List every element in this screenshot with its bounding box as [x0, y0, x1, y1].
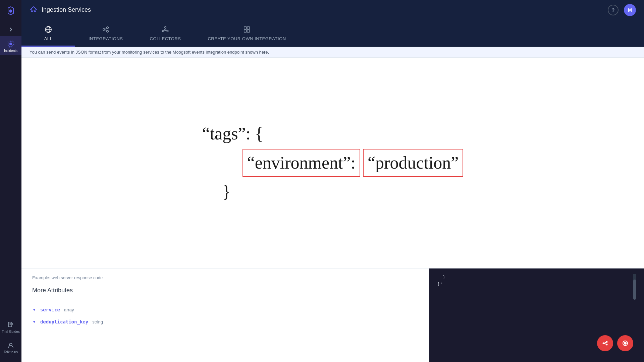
record-button[interactable] — [617, 335, 633, 351]
sidebar-expand-button[interactable] — [0, 23, 21, 36]
tab-all-label: ALL — [44, 36, 53, 41]
svg-point-27 — [606, 344, 608, 346]
code-block: “tags”: { “environment”: “production” } — [202, 122, 464, 204]
sidebar-item-incidents[interactable]: Incidents — [0, 36, 21, 55]
header-left: Ingestion Services — [30, 5, 91, 15]
sidebar-item-incidents-label: Incidents — [4, 49, 17, 53]
sidebar-item-trial-guides[interactable]: Trial Guides — [0, 318, 21, 336]
sidebar-item-talk-to-us-label: Talk to us — [4, 350, 18, 354]
header: Ingestion Services ? M — [21, 0, 644, 20]
tab-integrations-label: INTEGRATIONS — [89, 36, 123, 41]
svg-line-13 — [105, 28, 107, 29]
tab-all[interactable]: ALL — [21, 20, 75, 47]
attribute-row-dedup[interactable]: ▼ deduplication_key string — [32, 316, 418, 328]
tab-collectors[interactable]: COLLECTORS — [137, 20, 195, 47]
scrollbar-thumb[interactable] — [633, 280, 636, 300]
svg-rect-24 — [244, 30, 247, 32]
avatar[interactable]: M — [624, 4, 636, 16]
svg-point-26 — [606, 341, 608, 343]
chevron-service-icon: ▼ — [32, 307, 36, 312]
sidebar-item-talk-to-us[interactable]: Talk to us — [0, 339, 21, 357]
fab-container — [597, 335, 633, 351]
svg-point-30 — [624, 342, 627, 345]
tab-collectors-label: COLLECTORS — [150, 36, 181, 41]
svg-point-0 — [9, 43, 12, 45]
attribute-dedup-type: string — [92, 319, 103, 324]
svg-point-15 — [165, 26, 166, 28]
bottom-panel: Example: web server response code More A… — [21, 268, 644, 362]
code-line-3: } — [202, 180, 464, 204]
example-text: Example: web server response code — [32, 275, 418, 280]
svg-rect-25 — [247, 30, 250, 32]
sidebar-bottom: Trial Guides Talk to us — [0, 318, 21, 362]
svg-rect-22 — [244, 27, 247, 29]
sidebar-item-trial-guides-label: Trial Guides — [2, 330, 20, 334]
more-attributes-title: More Attributes — [32, 287, 418, 294]
info-banner: You can send events in JSON format from … — [21, 47, 644, 58]
help-button[interactable]: ? — [608, 5, 619, 15]
code-environment-key: “environment”: — [243, 149, 360, 177]
attribute-service-name: service — [40, 307, 60, 312]
sidebar: Incidents Trial Guides Talk to us — [0, 0, 21, 362]
svg-line-20 — [164, 30, 165, 31]
tab-integrations[interactable]: INTEGRATIONS — [75, 20, 137, 47]
page-title: Ingestion Services — [42, 6, 91, 13]
attributes-panel: Example: web server response code More A… — [21, 268, 429, 362]
svg-point-10 — [103, 28, 105, 31]
code-display-area: “tags”: { “environment”: “production” } — [21, 58, 644, 268]
main-content: Ingestion Services ? M ALL — [21, 0, 644, 362]
svg-point-18 — [165, 29, 166, 31]
svg-point-17 — [167, 30, 168, 32]
attribute-row-service[interactable]: ▼ service array — [32, 304, 418, 316]
code-line-2: “environment”: “production” — [202, 149, 464, 177]
ingestion-icon — [30, 5, 38, 15]
svg-point-28 — [603, 343, 604, 344]
info-banner-text: You can send events in JSON format from … — [30, 50, 269, 55]
header-right: ? M — [608, 4, 636, 16]
code-production-value: “production” — [363, 149, 463, 177]
svg-line-21 — [166, 30, 167, 31]
svg-point-12 — [107, 31, 109, 33]
attributes-divider — [32, 298, 418, 298]
tab-navigation: ALL INTEGRATIONS COLLECTORS — [21, 20, 644, 47]
sidebar-logo — [0, 0, 21, 21]
attribute-service-type: array — [64, 307, 74, 312]
svg-point-11 — [107, 27, 109, 29]
svg-point-16 — [162, 30, 164, 32]
share-button[interactable] — [597, 335, 613, 351]
chevron-dedup-icon: ▼ — [32, 319, 36, 324]
svg-line-14 — [105, 29, 107, 31]
code-line-1: “tags”: { — [202, 122, 464, 146]
svg-rect-23 — [247, 27, 250, 29]
tab-create-integration[interactable]: CREATE YOUR OWN INTEGRATION — [194, 20, 299, 47]
tab-create-label: CREATE YOUR OWN INTEGRATION — [208, 36, 286, 41]
scrollbar-track[interactable] — [633, 274, 636, 288]
code-editor-text: } }' — [437, 274, 636, 288]
attribute-dedup-name: deduplication_key — [40, 319, 88, 324]
